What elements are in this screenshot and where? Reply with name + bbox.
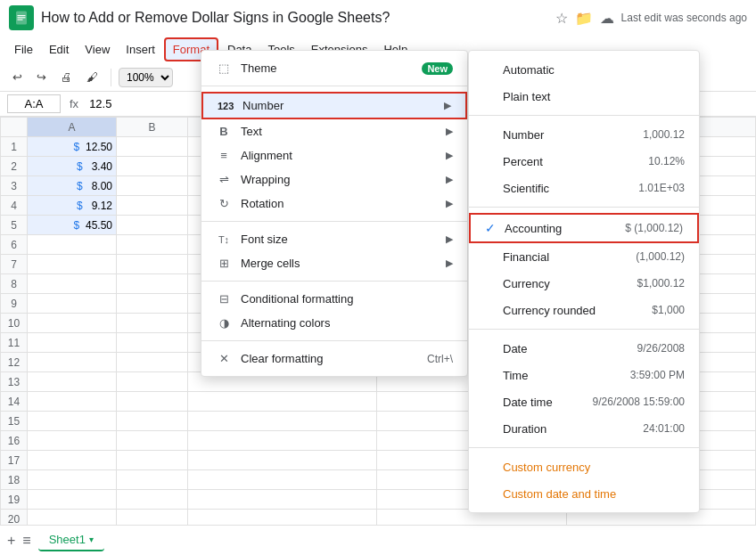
add-sheet-button[interactable]: + (7, 533, 15, 549)
cell-a8[interactable] (28, 274, 117, 294)
page-title: How to Add or Remove Dollar Signs in Goo… (41, 10, 548, 26)
cell-a10[interactable] (28, 314, 117, 333)
row-number: 18 (1, 470, 28, 490)
format-text-item[interactable]: B Text ▶ (201, 119, 467, 143)
format-alignment-item[interactable]: ≡ Alignment ▶ (201, 143, 467, 167)
submenu-date[interactable]: Date 9/26/2008 (469, 335, 699, 362)
fx-label: fx (64, 97, 84, 110)
drive-icon[interactable]: 📁 (575, 10, 593, 27)
menu-edit[interactable]: Edit (42, 39, 76, 60)
cell-a14[interactable] (28, 392, 117, 412)
cell-c15[interactable] (188, 412, 377, 431)
cell-a2[interactable]: $ 3.40 (28, 157, 117, 176)
cell-b6[interactable] (117, 235, 188, 255)
sheets-list-button[interactable]: ≡ (22, 533, 30, 549)
datetime-val: 9/26/2008 15:59:00 (593, 396, 685, 408)
cell-c14[interactable] (188, 392, 377, 412)
star-icon[interactable]: ☆ (555, 10, 568, 27)
cell-a18[interactable] (28, 470, 117, 490)
submenu-automatic[interactable]: Automatic (469, 56, 699, 83)
cell-b8[interactable] (117, 274, 188, 294)
cell-b10[interactable] (117, 314, 188, 333)
submenu-time[interactable]: Time 3:59:00 PM (469, 362, 699, 388)
toolbar-divider-1 (111, 69, 111, 86)
cell-b19[interactable] (117, 490, 188, 510)
corner-header (1, 118, 28, 137)
format-clear-item[interactable]: ✕ Clear formatting Ctrl+\ (201, 347, 467, 371)
format-rotation-item[interactable]: ↻ Rotation ▶ (201, 192, 467, 216)
zoom-select[interactable]: 100% 75% 125% (119, 68, 173, 87)
custom-currency-label: Custom currency (503, 461, 590, 474)
redo-button[interactable]: ↪ (31, 67, 52, 87)
cell-b3[interactable] (117, 176, 188, 196)
cell-b17[interactable] (117, 451, 188, 470)
submenu-datetime[interactable]: Date time 9/26/2008 15:59:00 (469, 388, 699, 415)
cell-a16[interactable] (28, 431, 117, 451)
menu-view[interactable]: View (78, 39, 117, 60)
cell-a4[interactable]: $ 9.12 (28, 196, 117, 216)
cell-a12[interactable] (28, 353, 117, 372)
column-header-a[interactable]: A (28, 118, 117, 137)
paint-format-button[interactable]: 🖌 (81, 67, 103, 87)
submenu-currency[interactable]: Currency $1,000.12 (469, 270, 699, 297)
menu-divider-1 (201, 86, 467, 86)
cell-a1[interactable]: $ 12.50 (28, 137, 117, 157)
title-actions: ☆ 📁 ☁ (555, 10, 614, 27)
cell-c16[interactable] (188, 431, 377, 451)
cell-b4[interactable] (117, 196, 188, 216)
cell-a6[interactable] (28, 235, 117, 255)
format-theme-label: Theme (241, 61, 276, 75)
cell-a13[interactable] (28, 372, 117, 392)
submenu-accounting[interactable]: ✓ Accounting $ (1,000.12) (469, 213, 699, 243)
cell-b18[interactable] (117, 470, 188, 490)
format-alternating-item[interactable]: ◑ Alternating colors (201, 311, 467, 335)
duration-val: 24:01:00 (643, 422, 685, 435)
format-number-item[interactable]: 123 Number ▶ (201, 92, 467, 119)
cell-b2[interactable] (117, 157, 188, 176)
submenu-duration[interactable]: Duration 24:01:00 (469, 415, 699, 442)
cell-a17[interactable] (28, 451, 117, 470)
format-wrapping-item[interactable]: ⇌ Wrapping ▶ (201, 167, 467, 192)
cell-c19[interactable] (188, 490, 377, 510)
submenu-financial[interactable]: Financial (1,000.12) (469, 243, 699, 270)
cell-b1[interactable] (117, 137, 188, 157)
format-conditional-item[interactable]: ⊟ Conditional formatting (201, 287, 467, 311)
format-theme-item[interactable]: ⬚ Theme New (201, 56, 467, 80)
submenu-custom-currency[interactable]: Custom currency (469, 453, 699, 480)
cell-reference-input[interactable] (7, 94, 61, 113)
submenu-percent[interactable]: Percent 10.12% (469, 148, 699, 175)
custom-datetime-label: Custom date and time (503, 487, 616, 501)
format-merge-item[interactable]: ⊞ Merge cells ▶ (201, 251, 467, 275)
undo-button[interactable]: ↩ (7, 67, 28, 87)
print-button[interactable]: 🖨 (55, 67, 78, 87)
submenu-custom-datetime[interactable]: Custom date and time (469, 480, 699, 507)
cell-a3[interactable]: $ 8.00 (28, 176, 117, 196)
cell-a5[interactable]: $ 45.50 (28, 216, 117, 235)
cell-a9[interactable] (28, 294, 117, 314)
cloud-icon[interactable]: ☁ (600, 10, 614, 27)
cell-b16[interactable] (117, 431, 188, 451)
sheet1-tab[interactable]: Sheet1 ▾ (38, 529, 104, 551)
cell-b9[interactable] (117, 294, 188, 314)
cell-b14[interactable] (117, 392, 188, 412)
submenu-plain-text[interactable]: Plain text (469, 83, 699, 110)
cell-a19[interactable] (28, 490, 117, 510)
cell-b12[interactable] (117, 353, 188, 372)
cell-b15[interactable] (117, 412, 188, 431)
menu-insert[interactable]: Insert (119, 39, 162, 60)
menu-file[interactable]: File (7, 39, 40, 60)
column-header-b[interactable]: B (117, 118, 188, 137)
submenu-scientific[interactable]: Scientific 1.01E+03 (469, 175, 699, 201)
submenu-currency-rounded[interactable]: Currency rounded $1,000 (469, 297, 699, 323)
submenu-number[interactable]: Number 1,000.12 (469, 121, 699, 148)
cell-b5[interactable] (117, 216, 188, 235)
cell-b11[interactable] (117, 333, 188, 353)
cell-a11[interactable] (28, 333, 117, 353)
format-fontsize-item[interactable]: T↕ Font size ▶ (201, 227, 467, 251)
cell-a7[interactable] (28, 255, 117, 274)
cell-a15[interactable] (28, 412, 117, 431)
cell-b13[interactable] (117, 372, 188, 392)
cell-c18[interactable] (188, 470, 377, 490)
cell-c17[interactable] (188, 451, 377, 470)
cell-b7[interactable] (117, 255, 188, 274)
